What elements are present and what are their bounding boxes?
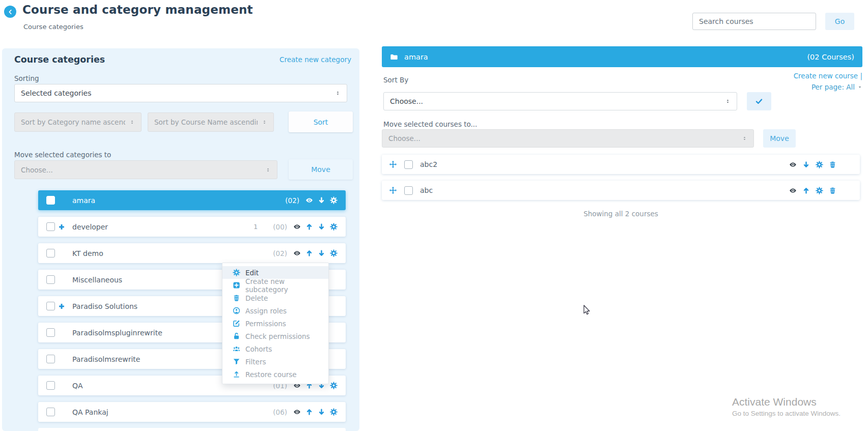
eye-icon[interactable] <box>293 223 301 231</box>
menu-item-permissions[interactable]: Permissions <box>222 317 328 330</box>
arrow-up-icon[interactable] <box>305 223 313 231</box>
sort-course-select[interactable]: Sort by Course Name ascending <box>148 112 274 132</box>
arrow-up-icon[interactable] <box>305 408 313 416</box>
gear-icon[interactable] <box>233 269 240 276</box>
gear-icon[interactable] <box>330 249 338 257</box>
category-name[interactable]: KT demo <box>72 249 103 257</box>
arrow-down-icon[interactable] <box>318 223 325 231</box>
category-name[interactable]: Paradiso Solutions <box>72 302 137 310</box>
user-icon[interactable] <box>233 307 240 314</box>
plus-square-icon[interactable] <box>233 281 240 289</box>
category-name[interactable]: QA Pankaj <box>72 408 108 416</box>
category-row[interactable]: KT demo (02) <box>38 243 346 263</box>
category-row[interactable]: amara (02) <box>38 190 346 210</box>
arrow-up-icon[interactable] <box>305 249 313 257</box>
course-checkbox[interactable] <box>404 160 413 169</box>
trash-icon[interactable] <box>829 187 836 194</box>
apply-sort-button[interactable] <box>747 92 771 110</box>
menu-item-restore-course[interactable]: Restore course <box>222 368 328 381</box>
subcategory-count: 1 <box>254 223 258 231</box>
category-checkbox[interactable] <box>46 249 55 257</box>
move-courses-select[interactable]: Choose... <box>382 129 754 148</box>
create-new-course-link[interactable]: Create new course | <box>794 72 862 80</box>
gear-icon[interactable] <box>330 223 338 231</box>
trash-icon[interactable] <box>233 294 240 302</box>
category-checkbox[interactable] <box>46 408 55 416</box>
course-sort-select[interactable]: Choose... <box>383 92 737 110</box>
lock-open-icon[interactable] <box>233 332 240 340</box>
restore-icon[interactable] <box>233 370 240 378</box>
plus-icon[interactable] <box>58 303 65 310</box>
back-button[interactable] <box>4 6 16 18</box>
menu-item-cohorts[interactable]: Cohorts <box>222 342 328 355</box>
trash-icon[interactable] <box>829 161 836 168</box>
category-row[interactable]: developer 1 (00) <box>38 217 346 237</box>
gear-icon[interactable] <box>330 196 338 204</box>
updown-arrows-icon <box>262 119 267 126</box>
course-name[interactable]: abc2 <box>420 160 437 168</box>
menu-item-delete[interactable]: Delete <box>222 292 328 304</box>
row-action-icons <box>293 223 338 231</box>
funnel-icon[interactable] <box>233 358 240 365</box>
move-categories-select[interactable]: Choose... <box>14 160 277 179</box>
gear-icon[interactable] <box>330 408 338 416</box>
gear-icon[interactable] <box>816 187 823 194</box>
breadcrumb[interactable]: Course categories <box>23 23 83 31</box>
sort-button[interactable]: Sort <box>289 111 353 132</box>
category-name[interactable]: QA <box>72 382 83 390</box>
arrow-down-icon[interactable] <box>802 161 810 168</box>
move-courses-button[interactable]: Move <box>763 129 796 148</box>
category-row-partial <box>38 428 346 431</box>
per-page-control[interactable]: Per page: All <box>811 83 855 91</box>
category-name[interactable]: Paradisolmspluginrewrite <box>72 329 162 337</box>
menu-item-create-new-subcategory[interactable]: Create new subcategory <box>222 279 328 292</box>
sorting-select[interactable]: Selected categories <box>14 84 347 102</box>
eye-icon[interactable] <box>305 196 313 204</box>
menu-item-assign-roles[interactable]: Assign roles <box>222 304 328 317</box>
category-course-count: (00) <box>273 223 287 231</box>
selected-category-header[interactable]: amara (02 Courses) <box>382 46 862 67</box>
gear-icon[interactable] <box>330 382 338 389</box>
menu-item-check-permissions[interactable]: Check permissions <box>222 330 328 342</box>
course-row[interactable]: abc <box>382 181 860 200</box>
category-name[interactable]: developer <box>72 223 108 231</box>
plus-icon[interactable] <box>58 223 65 231</box>
sort-category-select[interactable]: Sort by Category name ascendi <box>14 112 142 132</box>
eye-icon[interactable] <box>293 408 301 416</box>
category-name[interactable]: Miscellaneous <box>72 276 122 284</box>
pencil-square-icon[interactable] <box>233 320 240 327</box>
arrow-up-icon[interactable] <box>802 187 810 194</box>
category-checkbox[interactable] <box>46 355 55 363</box>
eye-icon[interactable] <box>789 161 797 168</box>
arrow-down-icon[interactable] <box>318 196 325 204</box>
category-name[interactable]: Paradisolmsrewrite <box>72 355 140 363</box>
caret-down-icon[interactable] <box>857 84 862 90</box>
eye-icon[interactable] <box>789 187 797 194</box>
course-row[interactable]: abc2 <box>382 155 860 174</box>
search-courses-input[interactable] <box>692 13 816 30</box>
category-course-count: (06) <box>273 408 287 416</box>
eye-icon[interactable] <box>293 249 301 257</box>
move-handle-icon[interactable] <box>389 186 397 194</box>
course-checkbox[interactable] <box>404 186 413 195</box>
menu-item-filters[interactable]: Filters <box>222 355 328 368</box>
move-courses-label: Move selected courses to... <box>383 120 477 128</box>
move-categories-button[interactable]: Move <box>289 159 353 180</box>
go-button[interactable]: Go <box>825 13 854 30</box>
category-checkbox[interactable] <box>46 275 55 284</box>
updown-arrows-icon <box>742 135 747 142</box>
course-name[interactable]: abc <box>420 186 433 194</box>
arrow-down-icon[interactable] <box>318 249 325 257</box>
arrow-down-icon[interactable] <box>318 408 325 416</box>
category-checkbox[interactable] <box>46 381 55 390</box>
category-name[interactable]: amara <box>72 196 95 205</box>
category-row[interactable]: QA Pankaj (06) <box>38 402 346 422</box>
users-icon[interactable] <box>233 345 240 353</box>
category-checkbox[interactable] <box>46 302 55 310</box>
category-checkbox[interactable] <box>46 222 55 231</box>
move-handle-icon[interactable] <box>389 160 397 168</box>
category-checkbox[interactable] <box>46 328 55 337</box>
category-checkbox[interactable] <box>46 196 55 205</box>
create-new-category-link[interactable]: Create new category <box>279 55 351 64</box>
gear-icon[interactable] <box>816 161 823 168</box>
